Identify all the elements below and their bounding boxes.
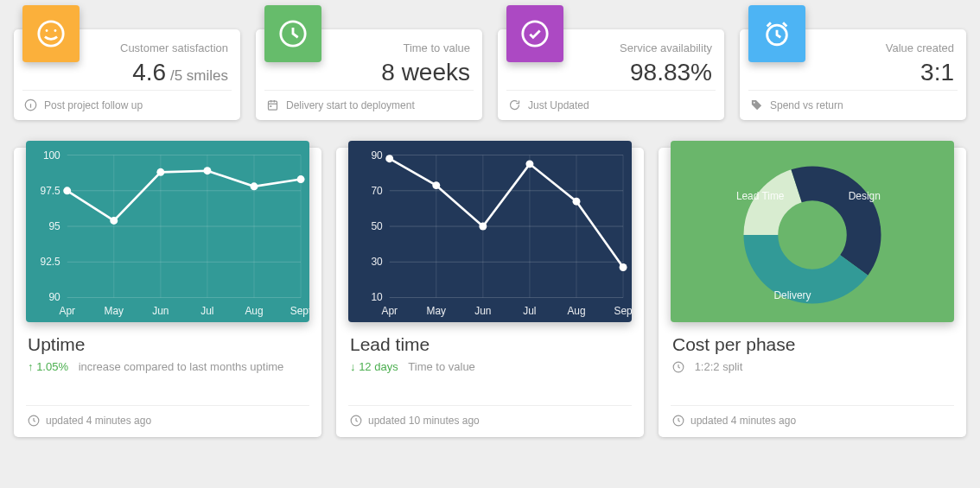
svg-text:90: 90 — [49, 292, 61, 304]
stat-foot: Just Updated — [508, 98, 589, 111]
chart-foot: updated 4 minutes ago — [28, 415, 151, 427]
stat-label: Value created — [886, 41, 954, 54]
svg-text:May: May — [105, 305, 124, 317]
smile-icon — [22, 5, 80, 62]
calendar-icon — [266, 98, 279, 111]
arrow-up-icon: ↑ 1.05% — [28, 360, 68, 373]
svg-point-61 — [479, 223, 487, 231]
chart-foot: updated 10 minutes ago — [350, 415, 480, 427]
alarm-icon — [748, 5, 805, 62]
stat-card-clock[interactable]: Time to value8 weeksDelivery start to de… — [256, 29, 482, 120]
svg-rect-6 — [270, 105, 271, 107]
stat-card-smile[interactable]: Customer satisfaction4.6 /5 smilesPost p… — [14, 29, 240, 120]
svg-point-2 — [54, 29, 57, 32]
tag-icon — [750, 98, 763, 111]
clock-icon — [672, 415, 684, 427]
stat-card-alarm[interactable]: Value created3:1Spend vs return — [740, 29, 966, 120]
svg-text:Lead Time: Lead Time — [736, 190, 785, 202]
chart-card-lead-time[interactable]: 1030507090AprMayJunJulAugSepLead time↓ 1… — [336, 148, 644, 437]
stat-value: 8 weeks — [381, 59, 470, 86]
svg-text:Aug: Aug — [245, 305, 263, 317]
stat-label: Service availability — [620, 41, 712, 54]
svg-text:100: 100 — [43, 149, 60, 162]
stat-foot: Delivery start to deployment — [266, 98, 415, 111]
svg-text:97.5: 97.5 — [41, 185, 61, 197]
chart-plot: 9092.59597.5100AprMayJunJulAugSept — [26, 141, 309, 322]
svg-text:Jul: Jul — [523, 305, 536, 317]
chart-subtitle: ↑ 1.05% increase compared to last months… — [28, 360, 283, 373]
svg-point-9 — [754, 102, 755, 104]
stat-label: Customer satisfaction — [120, 41, 228, 54]
stat-value: 98.83% — [630, 59, 712, 86]
svg-point-32 — [110, 217, 118, 225]
svg-point-63 — [573, 198, 581, 206]
svg-text:70: 70 — [372, 185, 384, 197]
chart-title: Cost per phase — [672, 334, 795, 355]
svg-text:Jul: Jul — [200, 305, 213, 317]
chart-plot: Lead TimeDesignDelivery — [671, 141, 954, 322]
chart-title: Uptime — [28, 334, 86, 355]
svg-text:Jun: Jun — [474, 305, 491, 317]
refresh-icon — [508, 98, 521, 111]
arrow-down-icon: ↓ 12 days — [350, 360, 398, 373]
svg-text:10: 10 — [372, 292, 384, 304]
svg-text:50: 50 — [372, 220, 384, 232]
svg-text:Jun: Jun — [152, 305, 169, 317]
clock-icon — [672, 361, 684, 373]
check-icon — [506, 5, 563, 62]
svg-point-34 — [203, 167, 211, 174]
svg-point-1 — [46, 29, 48, 32]
stat-foot: Post project follow up — [24, 98, 143, 111]
svg-text:Design: Design — [849, 190, 881, 202]
chart-title: Lead time — [350, 334, 430, 355]
svg-text:Apr: Apr — [59, 305, 75, 317]
svg-point-36 — [297, 175, 305, 183]
stat-card-check[interactable]: Service availability98.83%Just Updated — [498, 29, 724, 120]
chart-plot: 1030507090AprMayJunJulAugSep — [348, 141, 632, 322]
svg-point-35 — [251, 182, 258, 190]
svg-text:Apr: Apr — [381, 305, 398, 317]
svg-point-62 — [525, 160, 533, 168]
svg-point-0 — [39, 22, 63, 46]
stat-value: 3:1 — [920, 59, 954, 86]
svg-text:May: May — [427, 305, 447, 317]
svg-point-64 — [620, 263, 627, 271]
svg-text:30: 30 — [372, 256, 384, 268]
svg-text:Aug: Aug — [567, 305, 585, 317]
svg-text:Delivery: Delivery — [773, 289, 811, 301]
svg-point-7 — [523, 22, 547, 46]
svg-text:92.5: 92.5 — [41, 256, 61, 268]
svg-point-60 — [432, 181, 440, 189]
stat-value: 4.6 /5 smiles — [132, 59, 228, 86]
info-icon — [24, 98, 37, 111]
chart-subtitle: 1:2:2 split — [672, 360, 742, 373]
clock-icon — [264, 5, 321, 62]
clock-icon — [28, 415, 40, 427]
svg-text:Sept: Sept — [290, 305, 309, 317]
stat-foot: Spend vs return — [750, 98, 843, 111]
svg-point-33 — [156, 168, 164, 176]
svg-point-59 — [385, 155, 393, 162]
svg-point-31 — [63, 187, 71, 194]
clock-icon — [350, 415, 362, 427]
chart-card-cost-per-phase[interactable]: Lead TimeDesignDeliveryCost per phase 1:… — [659, 148, 966, 437]
chart-subtitle: ↓ 12 days Time to value — [350, 360, 475, 373]
svg-text:Sep: Sep — [614, 305, 632, 317]
svg-text:95: 95 — [49, 220, 61, 232]
stat-label: Time to value — [403, 41, 470, 54]
svg-text:90: 90 — [372, 149, 384, 162]
svg-rect-5 — [269, 101, 277, 110]
chart-foot: updated 4 minutes ago — [672, 415, 796, 427]
chart-card-uptime[interactable]: 9092.59597.5100AprMayJunJulAugSeptUptime… — [14, 148, 321, 437]
